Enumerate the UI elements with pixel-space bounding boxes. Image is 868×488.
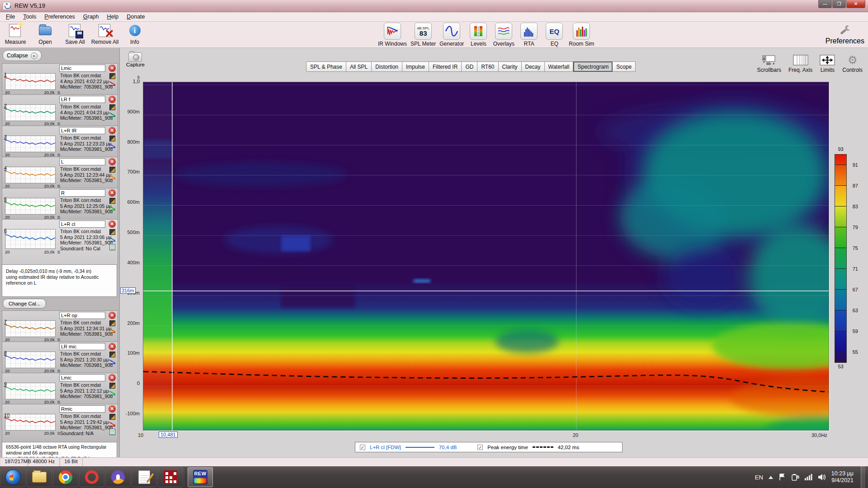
- trace-name[interactable]: L+R cl [FDW]: [370, 445, 401, 450]
- measurement-panel[interactable]: L+R cl ✕ 6 2020,0kS Triton BK corr.mdat …: [2, 219, 118, 264]
- measurement-panel[interactable]: R ✕ 5 2020,0kS Triton BK corr.mdat 5 Απρ…: [2, 188, 118, 219]
- trace-color-icon[interactable]: [109, 237, 115, 242]
- graph-tab[interactable]: Waterfall: [545, 61, 574, 72]
- notes-icon[interactable]: [109, 198, 115, 204]
- measurement-panel[interactable]: Lmic ✕ 9 2020,0kS Triton BK corr.mdat 5 …: [2, 373, 118, 404]
- taskbar-red-grid-app[interactable]: [158, 467, 183, 487]
- save-all-button[interactable]: Save All: [61, 23, 89, 45]
- notes-icon[interactable]: [109, 352, 115, 357]
- notes-icon[interactable]: [109, 414, 115, 420]
- measurement-thumbnail[interactable]: [5, 383, 56, 399]
- tray-expand-icon[interactable]: [769, 476, 773, 479]
- measurement-name-input[interactable]: L+R op: [59, 312, 105, 319]
- notes-icon[interactable]: [109, 229, 115, 235]
- trace-color-icon[interactable]: [109, 113, 115, 117]
- measurement-thumbnail[interactable]: [5, 229, 56, 249]
- notes-icon[interactable]: [109, 104, 115, 110]
- measurement-name-input[interactable]: Lmic: [59, 374, 105, 381]
- measurement-panel[interactable]: LR mic ✕ 8 2020,0kS Triton BK corr.mdat …: [2, 342, 118, 373]
- trace-color-icon[interactable]: [109, 391, 115, 395]
- taskbar-rew-active[interactable]: REW: [188, 467, 213, 487]
- menu-item[interactable]: Help: [103, 13, 123, 21]
- measurement-panel[interactable]: LR f ✕ 2 2020,0kS Triton BK corr.mdat 4 …: [2, 94, 118, 126]
- measurement-panel[interactable]: L+R IR ✕ 3 2020,0kS Triton BK corr.mdat …: [2, 126, 118, 157]
- measurement-thumbnail[interactable]: [5, 414, 56, 431]
- measurement-name-input[interactable]: L+R cl: [59, 221, 105, 228]
- measurement-panel[interactable]: Lmic ✕ 1 2020,0kS Triton BK corr.mdat 4 …: [2, 63, 118, 94]
- limits-button[interactable]: Limits: [820, 54, 835, 73]
- speaker-icon[interactable]: [818, 474, 826, 481]
- menu-item[interactable]: Preferences: [40, 13, 79, 21]
- remove-all-button[interactable]: Remove All: [91, 23, 118, 45]
- change-cal-button[interactable]: Change Cal...: [3, 299, 46, 309]
- collapse-sidebar-button[interactable]: Collapse «: [3, 50, 42, 61]
- graph-tab[interactable]: GD: [462, 61, 477, 72]
- graph-tab[interactable]: SPL & Phase: [306, 61, 346, 72]
- minimize-button[interactable]: —: [818, 0, 832, 8]
- notes-icon[interactable]: [109, 167, 115, 173]
- measurement-name-input[interactable]: R: [59, 189, 105, 197]
- graph-tab[interactable]: Distortion: [372, 61, 402, 72]
- menu-item[interactable]: Graph: [79, 13, 103, 21]
- info-button[interactable]: i Info: [121, 23, 148, 45]
- measurement-name-input[interactable]: Lmic: [59, 65, 105, 72]
- measurement-panel[interactable]: L+R op ✕ 7 2020,0kS Triton BK corr.mdat …: [2, 310, 118, 342]
- rta-button[interactable]: RTA: [518, 23, 540, 47]
- menu-item[interactable]: Donate: [123, 13, 149, 21]
- delete-measurement-button[interactable]: ✕: [108, 343, 116, 350]
- trace-color-icon[interactable]: [109, 206, 115, 211]
- controls-button[interactable]: ⚙ Controls: [842, 54, 863, 73]
- delete-measurement-button[interactable]: ✕: [108, 405, 116, 413]
- graph-tab[interactable]: RT60: [477, 61, 498, 72]
- clock[interactable]: 10:23 μμ 9/4/2021: [831, 470, 854, 484]
- measurement-name-input[interactable]: LR mic: [59, 343, 105, 350]
- levels-button[interactable]: 0369 Levels: [467, 23, 489, 47]
- delete-measurement-button[interactable]: ✕: [108, 96, 116, 103]
- network-signal-icon[interactable]: [805, 474, 812, 480]
- start-button[interactable]: [0, 467, 26, 487]
- rta-doc-icon[interactable]: [109, 429, 115, 435]
- show-desktop-button[interactable]: [861, 466, 865, 488]
- eq-button[interactable]: EQ EQ: [543, 23, 565, 47]
- measurement-name-input[interactable]: L: [59, 158, 105, 165]
- notes-icon[interactable]: [109, 320, 115, 326]
- trace-visible-checkbox[interactable]: ✓: [360, 445, 365, 450]
- measurement-thumbnail[interactable]: [5, 320, 56, 337]
- menu-item[interactable]: File: [2, 13, 19, 21]
- graph-tab[interactable]: All SPL: [346, 61, 372, 72]
- measurement-panel[interactable]: L ✕ 4 2020,0kS Triton BK corr.mdat 5 Απρ…: [2, 157, 118, 188]
- delete-measurement-button[interactable]: ✕: [108, 127, 116, 134]
- delete-measurement-button[interactable]: ✕: [108, 158, 116, 165]
- delete-measurement-button[interactable]: ✕: [108, 374, 116, 381]
- trace-color-icon[interactable]: [109, 422, 115, 427]
- rta-doc-icon[interactable]: [109, 244, 115, 250]
- preferences-button[interactable]: Preferences: [826, 23, 864, 45]
- measurement-name-input[interactable]: Rmic: [59, 405, 105, 413]
- graph-tab[interactable]: Clarity: [499, 61, 522, 72]
- measurement-thumbnail[interactable]: [5, 167, 56, 183]
- taskbar-opera[interactable]: [79, 467, 104, 487]
- graph-tab[interactable]: Spectrogram: [573, 61, 613, 72]
- taskbar-avast-browser[interactable]: [105, 467, 131, 487]
- measurement-name-input[interactable]: LR f: [59, 96, 105, 103]
- taskbar-file-explorer[interactable]: [27, 467, 52, 487]
- measure-button[interactable]: Measure: [2, 23, 29, 45]
- taskbar-chrome[interactable]: [53, 467, 78, 487]
- measurement-thumbnail[interactable]: [5, 136, 56, 152]
- ir-windows-button[interactable]: IR Windows: [378, 23, 407, 47]
- spl-meter-button[interactable]: dB SPL 83 SPL Meter: [410, 23, 436, 47]
- measurement-thumbnail[interactable]: [5, 352, 56, 368]
- action-center-flag-icon[interactable]: [778, 474, 786, 481]
- graph-tab[interactable]: Decay: [522, 61, 545, 72]
- menu-item[interactable]: Tools: [19, 13, 40, 21]
- maximize-button[interactable]: ❐: [832, 0, 846, 8]
- measurement-thumbnail[interactable]: [5, 198, 56, 215]
- overlays-button[interactable]: Overlays: [493, 23, 514, 47]
- notes-icon[interactable]: [109, 136, 115, 141]
- graph-tab[interactable]: Filtered IR: [429, 61, 462, 72]
- freq-axis-button[interactable]: Freq. Axis: [788, 54, 812, 73]
- delete-measurement-button[interactable]: ✕: [108, 189, 116, 197]
- notes-icon[interactable]: [109, 73, 115, 79]
- room-sim-button[interactable]: Room Sim: [569, 23, 594, 47]
- trace-color-icon[interactable]: [109, 360, 115, 364]
